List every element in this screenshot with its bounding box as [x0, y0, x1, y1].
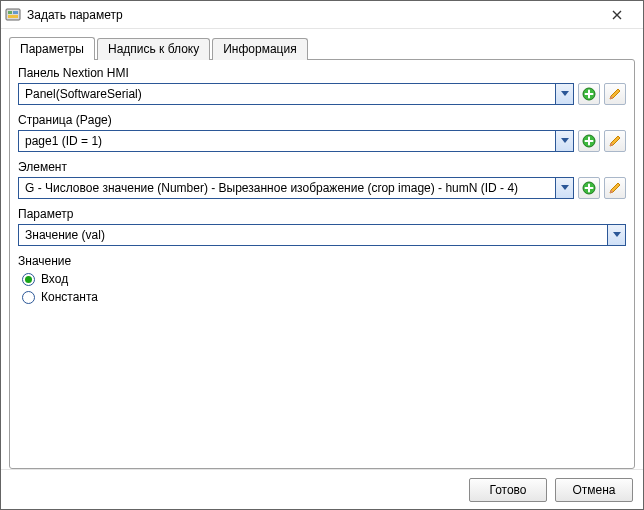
- panel-edit-button[interactable]: [604, 83, 626, 105]
- value-radio-constant[interactable]: Константа: [22, 290, 626, 304]
- content-area: Параметры Надпись к блоку Информация Пан…: [1, 29, 643, 469]
- radio-label: Вход: [41, 272, 68, 286]
- field-label: Панель Nextion HMI: [18, 66, 626, 80]
- page-add-button[interactable]: [578, 130, 600, 152]
- radio-indicator: [22, 273, 35, 286]
- svg-rect-3: [8, 15, 18, 18]
- radio-indicator: [22, 291, 35, 304]
- chevron-down-icon[interactable]: [555, 178, 573, 198]
- page-value: page1 (ID = 1): [19, 134, 555, 148]
- chevron-down-icon[interactable]: [555, 131, 573, 151]
- field-label: Элемент: [18, 160, 626, 174]
- element-value: G - Числовое значение (Number) - Вырезан…: [19, 181, 555, 195]
- dialog-window: Задать параметр Параметры Надпись к блок…: [0, 0, 644, 510]
- svg-rect-1: [8, 11, 12, 14]
- close-button[interactable]: [597, 4, 637, 26]
- field-value: Значение Вход Константа: [18, 254, 626, 304]
- chevron-down-icon[interactable]: [555, 84, 573, 104]
- field-label: Параметр: [18, 207, 626, 221]
- svg-rect-2: [13, 11, 18, 14]
- button-label: Отмена: [572, 483, 615, 497]
- ok-button[interactable]: Готово: [469, 478, 547, 502]
- panel-value: Panel(SoftwareSerial): [19, 87, 555, 101]
- app-icon: [5, 7, 21, 23]
- cancel-button[interactable]: Отмена: [555, 478, 633, 502]
- tab-parameters[interactable]: Параметры: [9, 37, 95, 60]
- field-panel: Панель Nextion HMI Panel(SoftwareSerial): [18, 66, 626, 105]
- element-edit-button[interactable]: [604, 177, 626, 199]
- page-combobox[interactable]: page1 (ID = 1): [18, 130, 574, 152]
- dialog-footer: Готово Отмена: [1, 469, 643, 509]
- svg-rect-0: [6, 9, 20, 20]
- param-value: Значение (val): [19, 228, 607, 242]
- panel-add-button[interactable]: [578, 83, 600, 105]
- tabpanel-parameters: Панель Nextion HMI Panel(SoftwareSerial): [9, 59, 635, 469]
- tab-label: Надпись к блоку: [108, 42, 199, 56]
- panel-combobox[interactable]: Panel(SoftwareSerial): [18, 83, 574, 105]
- element-combobox[interactable]: G - Числовое значение (Number) - Вырезан…: [18, 177, 574, 199]
- field-label: Значение: [18, 254, 626, 268]
- param-combobox[interactable]: Значение (val): [18, 224, 626, 246]
- field-element: Элемент G - Числовое значение (Number) -…: [18, 160, 626, 199]
- window-title: Задать параметр: [27, 8, 597, 22]
- page-edit-button[interactable]: [604, 130, 626, 152]
- tab-label: Параметры: [20, 42, 84, 56]
- tab-information[interactable]: Информация: [212, 38, 307, 60]
- titlebar: Задать параметр: [1, 1, 643, 29]
- field-param: Параметр Значение (val): [18, 207, 626, 246]
- tab-block-caption[interactable]: Надпись к блоку: [97, 38, 210, 60]
- radio-label: Константа: [41, 290, 98, 304]
- element-add-button[interactable]: [578, 177, 600, 199]
- chevron-down-icon[interactable]: [607, 225, 625, 245]
- button-label: Готово: [489, 483, 526, 497]
- field-label: Страница (Page): [18, 113, 626, 127]
- value-radio-input[interactable]: Вход: [22, 272, 626, 286]
- tabstrip: Параметры Надпись к блоку Информация: [9, 35, 635, 59]
- field-page: Страница (Page) page1 (ID = 1): [18, 113, 626, 152]
- tab-label: Информация: [223, 42, 296, 56]
